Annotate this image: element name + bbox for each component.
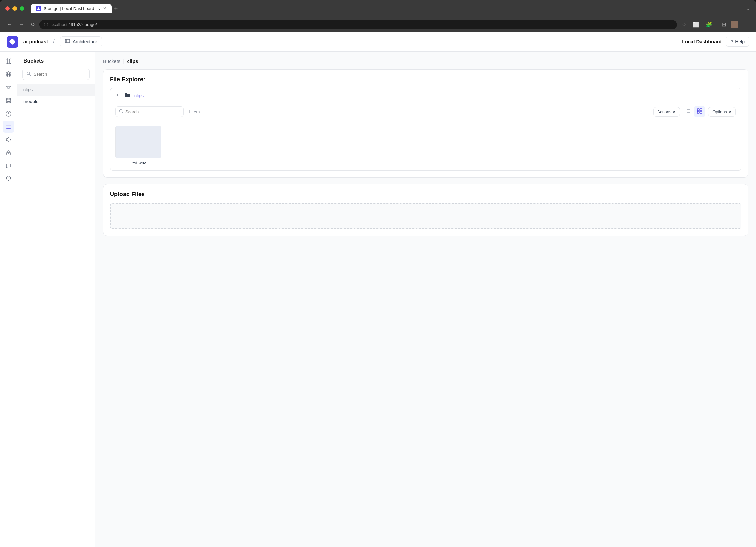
new-tab-button[interactable]: + [112,5,121,12]
breadcrumb-clips[interactable]: clips [127,58,138,64]
svg-rect-10 [8,86,9,88]
app-logo[interactable] [7,36,18,48]
svg-rect-1 [9,38,16,45]
sidebar-item-megaphone[interactable] [3,134,14,145]
upload-dropzone[interactable] [110,203,741,229]
fe-grid: test.wav [110,120,741,170]
tab-close-button[interactable]: × [103,6,106,11]
sidebar-item-globe[interactable] [3,68,14,80]
buckets-title: Buckets [17,58,95,64]
forward-button[interactable]: → [17,20,26,29]
svg-point-29 [27,72,30,75]
svg-line-35 [122,112,123,113]
app-header: ai-podcast / Architecture Local Dashboar… [0,32,756,52]
reload-button[interactable]: ↺ [29,20,37,29]
architecture-label: Architecture [73,39,97,44]
buckets-sidebar: Buckets clips models [17,52,95,547]
help-label: Help [735,39,745,44]
fe-header: clips [110,88,741,103]
file-explorer-title: File Explorer [110,76,741,83]
menu-button[interactable]: ⋮ [741,20,751,29]
fe-actions-chevron: ∨ [673,109,676,114]
sidebar-item-map[interactable] [3,55,14,67]
breadcrumb-separator: | [123,58,124,64]
url-display: localhost:49152/storage/ [51,22,97,27]
buckets-search-icon [26,71,31,77]
extensions-button[interactable]: 🧩 [704,20,714,29]
sidebar-item-heart[interactable] [3,173,14,185]
fullscreen-traffic-light[interactable] [20,6,24,11]
fe-search-container[interactable] [115,106,184,117]
fe-view-buttons [683,106,705,117]
project-name[interactable]: ai-podcast [23,39,48,44]
fe-options-button[interactable]: Options ∨ [708,107,736,116]
file-explorer-inner: clips [110,88,741,171]
fe-list-view-button[interactable] [683,106,694,117]
bucket-item-clips[interactable]: clips [17,84,95,96]
fe-folder-name[interactable]: clips [134,93,144,98]
sidebar-item-storage[interactable] [3,121,14,132]
svg-rect-2 [65,39,70,43]
svg-point-34 [120,110,122,112]
svg-rect-42 [700,111,702,113]
address-bar[interactable]: ⓘ localhost:49152/storage/ [39,20,677,29]
screenshot-button[interactable]: ⬜ [691,20,701,29]
fe-search-icon [119,109,123,114]
sidebar-item-processor[interactable] [3,82,14,93]
folder-icon [125,92,130,99]
icon-sidebar [0,52,17,547]
bucket-item-models[interactable]: models [17,96,95,107]
svg-point-28 [8,153,9,154]
breadcrumb: Buckets | clips [103,58,748,64]
fe-search-input[interactable] [125,109,180,114]
back-button[interactable]: ← [5,20,14,29]
sidebar-item-chat[interactable] [3,160,14,172]
tab-favicon [36,6,41,11]
file-thumbnail [115,126,161,158]
svg-marker-0 [37,7,40,10]
fe-back-button[interactable] [115,92,121,99]
svg-rect-39 [697,109,699,111]
svg-rect-41 [697,111,699,113]
browser-tab[interactable]: Storage | Local Dashboard | N × [31,4,112,13]
svg-rect-40 [700,109,702,111]
tab-title: Storage | Local Dashboard | N [44,6,100,11]
local-dashboard-label: Local Dashboard [682,39,722,44]
architecture-icon [65,38,70,45]
help-button[interactable]: ? Help [726,37,749,47]
sidebar-item-lock[interactable] [3,147,14,159]
main-content: Buckets | clips File Explorer [95,52,756,547]
fe-grid-view-button[interactable] [694,106,705,117]
sidebar-item-clock[interactable] [3,108,14,119]
svg-line-30 [29,74,31,76]
toolbar-separator [717,21,717,28]
file-explorer-card: File Explorer [103,69,748,177]
buckets-search-container[interactable] [22,68,90,80]
svg-point-26 [10,127,10,128]
upload-title: Upload Files [110,191,741,198]
bookmark-button[interactable]: ☆ [680,20,688,29]
svg-line-22 [8,114,9,114]
close-traffic-light[interactable] [5,6,10,11]
header-right: Local Dashboard ? Help [682,37,749,47]
upload-card: Upload Files [103,184,748,236]
help-icon: ? [731,39,733,44]
tab-more-button[interactable]: ⌄ [746,5,751,12]
file-name: test.wav [130,160,146,165]
breadcrumb-buckets[interactable]: Buckets [103,58,120,64]
fe-options-chevron: ∨ [728,109,732,114]
fe-toolbar: 1 item Actions ∨ [110,103,741,120]
secure-icon: ⓘ [44,22,48,27]
architecture-button[interactable]: Architecture [60,36,102,47]
svg-point-25 [10,125,10,126]
fe-item-count: 1 item [188,109,200,114]
buckets-search-input[interactable] [34,72,85,77]
header-separator: / [53,38,55,45]
file-item-test-wav[interactable]: test.wav [115,126,161,165]
sidebar-item-database[interactable] [3,95,14,106]
minimize-traffic-light[interactable] [12,6,17,11]
cast-button[interactable]: ⊟ [720,20,728,29]
svg-point-19 [6,98,11,100]
profile-icon[interactable] [731,21,738,28]
fe-actions-button[interactable]: Actions ∨ [653,107,680,116]
